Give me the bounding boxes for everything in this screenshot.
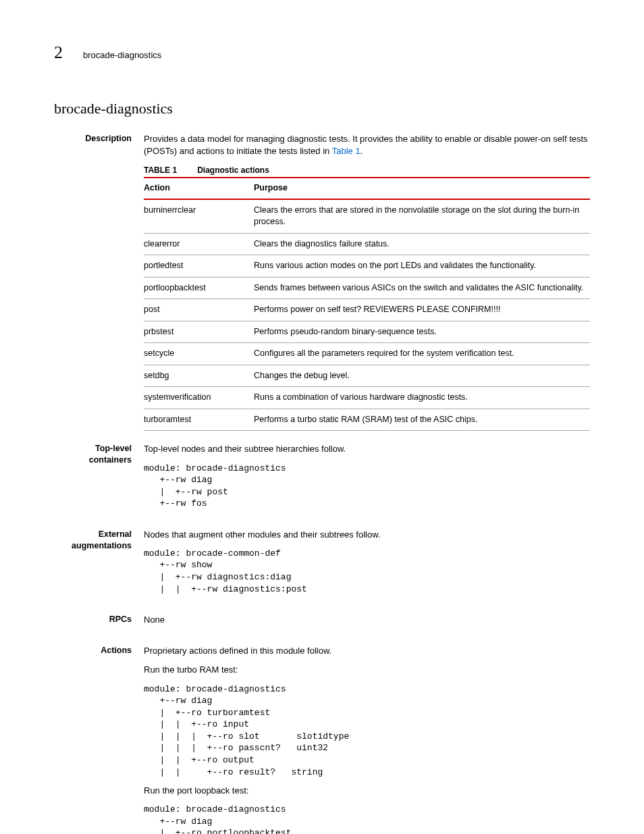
col-purpose: Purpose [254,178,590,199]
actions-intro: Proprietary actions defined in this modu… [144,645,590,657]
section-external: External augmentations Nodes that augmen… [54,529,590,602]
table-number: TABLE 1 [144,165,177,175]
label-actions: Actions [54,645,144,834]
header-breadcrumb: brocade-diagnostics [83,49,161,61]
cell-purpose: Changes the debug level. [254,365,590,387]
label-rpcs: RPCs [54,614,144,633]
table-row: systemverificationRuns a combination of … [144,387,590,409]
toplevel-text: Top-level nodes and their subtree hierar… [144,443,590,455]
cell-action: clearerror [144,233,254,255]
description-text-post: . [360,146,363,156]
cell-purpose: Clears the errors that are stored in the… [254,199,590,234]
cell-purpose: Sends frames between various ASICs on th… [254,277,590,299]
cell-action: prbstest [144,321,254,343]
table-row: setdbgChanges the debug level. [144,365,590,387]
cell-action: turboramtest [144,409,254,431]
table-caption: TABLE 1Diagnostic actions [144,165,590,176]
cell-purpose: Runs a combination of various hardware d… [254,387,590,409]
cell-action: burninerrclear [144,199,254,234]
cell-purpose: Performs power on self test? REVIEWERS P… [254,299,590,321]
toplevel-code: module: brocade-diagnostics +--rw diag |… [144,463,590,510]
table-link[interactable]: Table 1 [332,146,360,156]
cell-action: systemverification [144,387,254,409]
content-toplevel: Top-level nodes and their subtree hierar… [144,443,590,516]
description-paragraph: Provides a data model for managing diagn… [144,133,590,157]
cell-purpose: Performs pseudo-random binary-sequence t… [254,321,590,343]
description-text-pre: Provides a data model for managing diagn… [144,134,588,156]
section-actions: Actions Proprietary actions defined in t… [54,645,590,834]
table-row: prbstestPerforms pseudo-random binary-se… [144,321,590,343]
table-row: burninerrclearClears the errors that are… [144,199,590,234]
cell-action: post [144,299,254,321]
table-row: postPerforms power on self test? REVIEWE… [144,299,590,321]
actions-sub1-title: Run the turbo RAM test: [144,664,590,676]
content-description: Provides a data model for managing diagn… [144,133,590,431]
section-toplevel: Top-level containers Top-level nodes and… [54,443,590,516]
cell-purpose: Configures all the parameters required f… [254,343,590,365]
section-rpcs: RPCs None [54,614,590,633]
external-code: module: brocade-common-def +--rw show | … [144,548,590,595]
actions-sub1-code: module: brocade-diagnostics +--rw diag |… [144,683,590,778]
label-description: Description [54,133,144,431]
cell-action: portledtest [144,255,254,278]
label-toplevel: Top-level containers [54,443,144,516]
col-action: Action [144,178,254,199]
diagnostic-actions-table: Action Purpose burninerrclearClears the … [144,177,590,431]
table-title: Diagnostic actions [197,165,269,175]
table-row: clearerrorClears the diagnostics failure… [144,233,590,255]
cell-action: portloopbacktest [144,277,254,299]
cell-purpose: Runs various action modes on the port LE… [254,255,590,278]
section-description: Description Provides a data model for ma… [54,133,590,431]
cell-action: setdbg [144,365,254,387]
table-row: turboramtestPerforms a turbo static RAM … [144,409,590,431]
content-actions: Proprietary actions defined in this modu… [144,645,590,834]
actions-sub2-code: module: brocade-diagnostics +--rw diag |… [144,804,590,834]
cell-purpose: Performs a turbo static RAM (SRAM) test … [254,409,590,431]
table-row: portloopbacktestSends frames between var… [144,277,590,299]
chapter-number: 2 [54,41,63,65]
external-text: Nodes that augment other modules and the… [144,529,590,541]
content-external: Nodes that augment other modules and the… [144,529,590,602]
page-title: brocade-diagnostics [54,99,590,120]
actions-sub2-title: Run the port loopback test: [144,785,590,797]
page-header: 2 brocade-diagnostics [54,41,590,65]
content-rpcs: None [144,614,590,633]
table-row: setcycleConfigures all the parameters re… [144,343,590,365]
table-row: portledtestRuns various action modes on … [144,255,590,278]
label-external: External augmentations [54,529,144,602]
cell-action: setcycle [144,343,254,365]
rpcs-text: None [144,614,590,626]
cell-purpose: Clears the diagnostics failure status. [254,233,590,255]
